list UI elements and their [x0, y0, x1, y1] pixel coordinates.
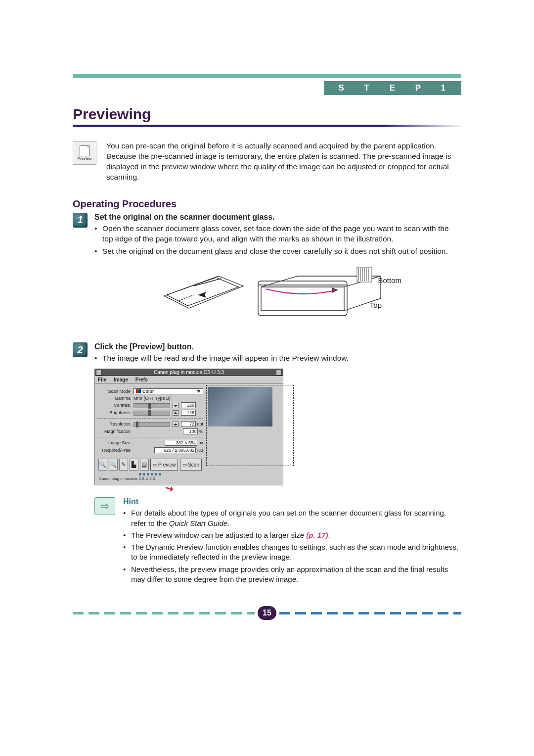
window-zoom-box[interactable] — [276, 370, 282, 376]
page-title: Previewing — [73, 106, 461, 123]
hint-bullet-2: The Preview window can be adjusted to a … — [123, 530, 461, 540]
section-heading: Operating Procedures — [73, 198, 461, 210]
footer-dash-left — [73, 612, 255, 614]
brightness-value[interactable]: 128 — [181, 410, 196, 416]
magnification-value[interactable]: 100 — [183, 428, 198, 434]
menu-image[interactable]: Image — [114, 377, 128, 382]
step-2-bullet-1: The image will be read and the image wil… — [94, 353, 461, 364]
contrast-stepper[interactable]: ◂▸ — [173, 403, 178, 408]
preview-area — [205, 384, 283, 485]
title-underline — [73, 125, 461, 127]
histogram-icon[interactable]: ▙ — [130, 459, 138, 471]
image-size-label: Image Size — [97, 440, 134, 445]
illus-label-top: Top — [370, 301, 382, 309]
preview-window-screenshot: Canon plug-in module CS-U 3.3 File Image… — [94, 369, 283, 485]
scan-mode-label: Scan Mode — [97, 389, 134, 394]
footer-dash-right — [279, 612, 461, 614]
intro-paragraph: You can pre-scan the original before it … — [106, 141, 461, 183]
page-ref-link[interactable]: (p. 17) — [306, 531, 328, 539]
zoom-in-icon[interactable]: 🔍 — [98, 459, 107, 471]
menu-prefs[interactable]: Prefs — [135, 377, 148, 382]
step-1-title: Set the original on the scanner document… — [94, 213, 461, 222]
preview-thumb-icon: ▭ — [153, 462, 157, 468]
preview-button[interactable]: ▭ Preview — [150, 459, 178, 471]
hint-bullet-4: Nevertheless, the preview image provides… — [123, 565, 461, 585]
hint-bullet-3: The Dynamic Preview function enables cha… — [123, 542, 461, 563]
image-size-unit: px — [198, 440, 203, 445]
step-1-bullet-2: Set the original on the document glass a… — [94, 246, 461, 257]
page-icon[interactable]: ▤ — [140, 459, 149, 471]
scan-mode-dropdown[interactable]: Color — [134, 388, 203, 394]
scan-thumb-icon: ▭ — [182, 462, 187, 468]
hint-bullet-1: For details about the types of originals… — [123, 508, 461, 528]
scanner-illustration: Bottom Top — [159, 261, 397, 331]
resolution-stepper[interactable]: ◂▸ — [173, 422, 178, 427]
brightness-label: Brightness — [97, 410, 134, 415]
contrast-slider[interactable] — [134, 403, 170, 408]
header-accent-bar — [73, 74, 461, 78]
contrast-label: Contrast — [97, 403, 134, 408]
brightness-slider[interactable] — [134, 411, 170, 416]
hint-title: Hint — [123, 497, 461, 506]
step-1-bullet-1: Open the scanner document glass cover, s… — [94, 224, 461, 244]
resolution-unit: dpi — [197, 422, 203, 426]
page-footer: 15 — [73, 606, 461, 620]
settings-panel: Scan Mode Color Gamma Mntr (CRT Type B) … — [95, 384, 205, 485]
magnification-unit: % — [199, 429, 203, 434]
pen-icon[interactable]: ✎ — [119, 459, 128, 471]
resolution-label: Resolution — [97, 422, 134, 426]
window-title: Canon plug-in module CS-U 3.3 — [154, 370, 224, 375]
brightness-stepper[interactable]: ◂▸ — [173, 410, 178, 416]
preview-icon: Preview — [73, 141, 96, 165]
image-size-value: 382 × 554 — [165, 440, 197, 446]
gamma-label: Gamma — [97, 396, 134, 401]
hint-icon: ⇨ — [94, 497, 115, 515]
status-text: Canon plug-in module CS-U 3.3 — [97, 475, 203, 482]
resolution-slider[interactable] — [134, 422, 170, 427]
magnification-label: Magnification — [97, 429, 134, 434]
step-badge-2: 2 — [73, 342, 88, 357]
required-free-value: 622 / 2,095,082 — [154, 447, 196, 453]
required-free-label: Required/Free — [97, 448, 134, 453]
svg-marker-0 — [198, 292, 206, 298]
illus-label-bottom: Bottom — [378, 276, 401, 284]
chevron-down-icon — [197, 390, 201, 393]
palette-icon — [136, 389, 141, 393]
required-free-unit: KB — [197, 448, 203, 453]
page-number-badge: 15 — [258, 606, 276, 620]
window-close-box[interactable] — [96, 370, 102, 376]
step-badge-1: 1 — [73, 213, 88, 228]
zoom-out-icon[interactable]: 🔍 — [109, 459, 118, 471]
svg-marker-2 — [332, 288, 337, 292]
window-titlebar: Canon plug-in module CS-U 3.3 — [95, 369, 283, 376]
resolution-value[interactable]: 72 — [181, 421, 196, 427]
gamma-value[interactable]: Mntr (CRT Type B) — [134, 396, 203, 401]
menubar: File Image Prefs — [95, 376, 283, 384]
step-label: S T E P 1 — [324, 81, 461, 95]
menu-file[interactable]: File — [98, 377, 106, 382]
step-2-title: Click the [Preview] button. — [94, 342, 461, 351]
contrast-value[interactable]: 128 — [181, 402, 196, 408]
crop-marquee[interactable] — [206, 385, 294, 466]
preview-icon-label: Preview — [78, 156, 91, 161]
scan-button[interactable]: ▭ Scan — [180, 459, 202, 471]
